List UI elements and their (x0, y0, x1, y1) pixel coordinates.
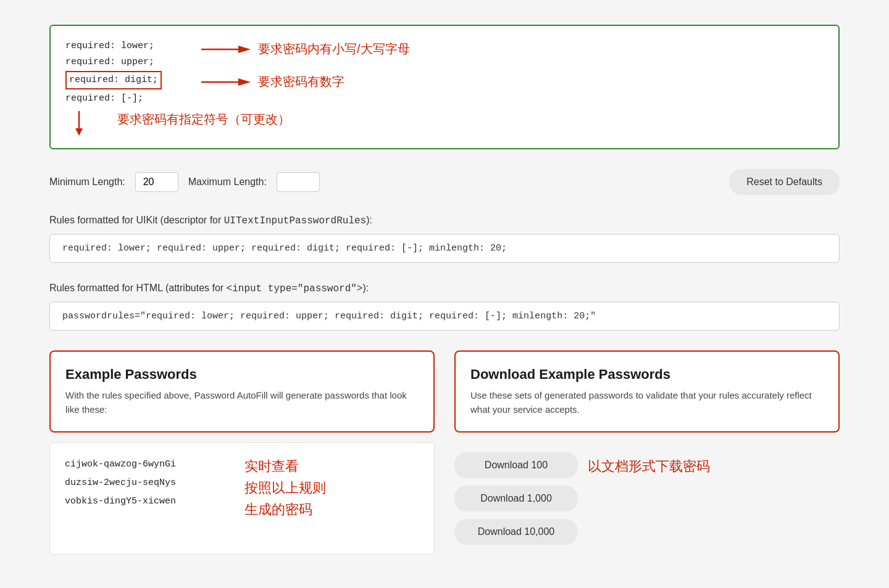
max-length-label: Maximum Length: (188, 176, 267, 188)
download-col: Download 100Download 1,000Download 10,00… (454, 442, 840, 555)
html-rules-output: passwordrules="required: lower; required… (49, 302, 840, 331)
cards-row: Example Passwords With the rules specifi… (49, 350, 840, 433)
password-entry: duzsiw-2wecju-seqNys (65, 474, 240, 492)
rule-line: required: upper; (65, 54, 189, 70)
annotation-item-1: 要求密码内有小写/大写字母 (201, 41, 410, 57)
uikit-rules-output: required: lower; required: upper; requir… (49, 234, 840, 263)
example-passwords-card: Example Passwords With the rules specifi… (49, 350, 435, 433)
rules-text-block: required: lower;required: upper;required… (65, 38, 189, 106)
password-annotation-line: 实时查看 (244, 455, 419, 477)
rule-line: required: lower; (65, 38, 189, 54)
annotation-text-1: 要求密码内有小写/大写字母 (258, 41, 410, 57)
download-card-title: Download Example Passwords (470, 366, 824, 383)
password-annotation: 实时查看按照以上规则生成的密码 (240, 455, 419, 521)
rule-line: required: digit; (65, 71, 162, 89)
main-container: required: lower;required: upper;required… (49, 25, 840, 555)
length-row: Minimum Length: Maximum Length: Reset to… (49, 169, 840, 195)
arrow-down-item: 要求密码有指定符号（可更改） (65, 111, 824, 136)
annotations-col: 要求密码内有小写/大写字母 要求密码有数字 (189, 38, 410, 90)
password-entry: cijwok-qawzog-6wynGi (65, 455, 240, 474)
html-rules-section: Rules formatted for HTML (attributes for… (49, 283, 840, 331)
download-button[interactable]: Download 100 (454, 452, 578, 478)
min-length-label: Minimum Length: (49, 176, 125, 188)
html-rules-title: Rules formatted for HTML (attributes for… (49, 283, 840, 294)
download-annotation: 以文档形式下载密码 (588, 452, 710, 476)
annotation-text-2: 要求密码有数字 (258, 73, 344, 90)
svg-marker-1 (238, 46, 251, 53)
download-inner: Download 100Download 1,000Download 10,00… (454, 452, 840, 545)
download-button[interactable]: Download 10,000 (454, 519, 578, 545)
password-entry: vobkis-dingY5-xicwen (65, 492, 240, 511)
rule-line: required: [-]; (65, 91, 189, 107)
svg-marker-3 (238, 78, 251, 86)
reset-defaults-button[interactable]: Reset to Defaults (729, 169, 840, 195)
data-row: cijwok-qawzog-6wynGiduzsiw-2wecju-seqNys… (49, 442, 840, 555)
svg-marker-5 (75, 128, 83, 136)
annotation-item-2: 要求密码有数字 (201, 73, 410, 90)
download-button[interactable]: Download 1,000 (454, 486, 578, 511)
example-passwords-title: Example Passwords (65, 366, 419, 383)
annotation-text-down: 要求密码有指定符号（可更改） (117, 111, 290, 128)
annotation-box: required: lower;required: upper;required… (49, 25, 840, 149)
download-buttons-col: Download 100Download 1,000Download 10,00… (454, 452, 578, 545)
min-length-input[interactable] (135, 172, 178, 192)
password-list-box: cijwok-qawzog-6wynGiduzsiw-2wecju-seqNys… (49, 442, 435, 555)
password-annotation-line: 生成的密码 (244, 499, 419, 520)
password-entries: cijwok-qawzog-6wynGiduzsiw-2wecju-seqNys… (65, 455, 240, 521)
arrow-right-icon-1 (201, 42, 251, 57)
uikit-rules-title: Rules formatted for UIKit (descriptor fo… (49, 215, 840, 226)
uikit-rules-section: Rules formatted for UIKit (descriptor fo… (49, 215, 840, 263)
max-length-input[interactable] (277, 172, 320, 192)
arrow-down-icon (73, 111, 110, 136)
password-annotation-line: 按照以上规则 (244, 477, 419, 499)
download-card-desc: Use these sets of generated passwords to… (470, 389, 824, 416)
arrow-right-icon-2 (201, 75, 251, 89)
download-card: Download Example Passwords Use these set… (454, 350, 840, 433)
example-passwords-desc: With the rules specified above, Password… (65, 389, 419, 416)
